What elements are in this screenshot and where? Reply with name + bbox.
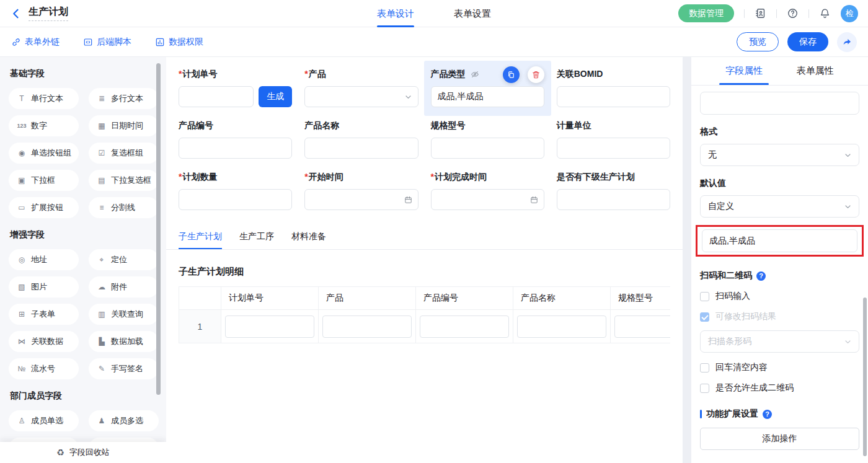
tab-form-design[interactable]: 表单设计 xyxy=(377,0,414,27)
field-product-type-selected[interactable]: 产品类型 xyxy=(431,68,544,107)
tab-material-prepare[interactable]: 材料准备 xyxy=(291,231,326,249)
data-permission-label: 数据权限 xyxy=(169,37,203,48)
default-value-select[interactable]: 自定义 xyxy=(700,195,859,218)
scan-input-checkbox-row[interactable]: 扫码输入 xyxy=(700,291,859,302)
scan-input-checkbox[interactable] xyxy=(700,292,709,301)
product-type-input[interactable] xyxy=(431,86,544,107)
palette-item-divider-line[interactable]: ≡分割线 xyxy=(89,197,159,218)
data-permission-action[interactable]: 数据权限 xyxy=(155,37,203,48)
sidebar-scrollbar[interactable] xyxy=(156,63,161,395)
tab-form-settings[interactable]: 表单设置 xyxy=(454,0,491,27)
product-code-input[interactable] xyxy=(179,138,292,159)
bom-id-input[interactable] xyxy=(557,86,670,107)
clear-on-enter-checkbox[interactable] xyxy=(700,363,709,373)
palette-item-location[interactable]: ⌖定位 xyxy=(89,249,159,270)
backend-script-action[interactable]: 后端脚本 xyxy=(83,37,131,48)
generate-button[interactable]: 生成 xyxy=(259,86,292,107)
field-recycle-bin[interactable]: ♻ 字段回收站 xyxy=(0,442,166,463)
palette-item-data-load[interactable]: ▙数据加载 xyxy=(89,331,159,352)
plan-no-input[interactable] xyxy=(179,86,254,107)
palette-item-serial-number[interactable]: №流水号 xyxy=(9,358,79,379)
cell-product-name-input[interactable] xyxy=(517,315,606,338)
panel-top-input[interactable] xyxy=(700,92,859,115)
contact-book-icon[interactable] xyxy=(755,7,766,19)
palette-item-attachment[interactable]: ☁附件 xyxy=(89,276,159,298)
external-link-action[interactable]: 表单外链 xyxy=(11,37,60,48)
palette-item-number[interactable]: 123数字 xyxy=(9,115,79,136)
field-has-sub-plan[interactable]: 是否有下级生产计划 xyxy=(557,171,670,210)
field-label: 计划单号 xyxy=(179,69,217,80)
copy-field-button[interactable] xyxy=(503,66,520,83)
cell-product-code-input[interactable] xyxy=(420,315,509,338)
cell-plan-no-input[interactable] xyxy=(225,315,314,338)
preview-button[interactable]: 预览 xyxy=(737,32,779,51)
palette-item-multi-dropdown[interactable]: ▤下拉复选框 xyxy=(89,170,159,191)
palette-item-member-multi[interactable]: ♟成员多选 xyxy=(89,410,159,431)
palette-item-relation-query[interactable]: ▥关联查询 xyxy=(89,304,159,325)
palette-item-checkbox-group[interactable]: ☑复选框组 xyxy=(89,143,159,164)
delete-field-button[interactable] xyxy=(528,66,544,83)
tab-form-properties[interactable]: 表单属性 xyxy=(797,57,834,85)
help-circle-icon[interactable]: ? xyxy=(756,271,766,281)
help-circle-icon[interactable]: ? xyxy=(763,410,772,419)
share-button[interactable] xyxy=(837,32,857,52)
address-pin-icon: ◎ xyxy=(17,255,27,264)
allow-qrcode-checkbox[interactable] xyxy=(700,384,709,393)
panel-scrollbar[interactable] xyxy=(863,298,867,456)
palette-item-address[interactable]: ◎地址 xyxy=(9,249,79,270)
field-bom-id[interactable]: 关联BOMID xyxy=(557,68,670,107)
field-product[interactable]: 产品 xyxy=(304,68,418,107)
field-plan-qty[interactable]: 计划数量 xyxy=(179,171,292,210)
plan-qty-input[interactable] xyxy=(179,189,292,210)
product-name-input[interactable] xyxy=(304,138,418,159)
save-button[interactable]: 保存 xyxy=(787,32,828,51)
palette-item-relation-data[interactable]: ⋈关联数据 xyxy=(9,331,79,352)
pen-signature-icon: ✎ xyxy=(97,364,107,373)
data-load-chart-icon: ▙ xyxy=(97,337,107,346)
unit-input[interactable] xyxy=(557,138,670,159)
recycle-icon: ♻ xyxy=(56,448,64,457)
user-avatar[interactable]: 检 xyxy=(841,5,858,22)
palette-item-dropdown[interactable]: ▣下拉框 xyxy=(9,170,79,191)
product-select[interactable] xyxy=(304,86,418,107)
spec-input[interactable] xyxy=(431,138,544,159)
tab-sub-production-plan[interactable]: 子生产计划 xyxy=(179,231,222,249)
palette-item-radio-group[interactable]: ◉单选按钮组 xyxy=(9,143,79,164)
default-value-input[interactable] xyxy=(702,229,857,252)
palette-item-datetime[interactable]: ▦日期时间 xyxy=(89,115,159,136)
cell-product-input[interactable] xyxy=(322,315,412,338)
tab-production-process[interactable]: 生产工序 xyxy=(239,231,274,249)
palette-item-signature[interactable]: ✎手写签名 xyxy=(89,358,159,379)
field-spec[interactable]: 规格型号 xyxy=(431,120,544,159)
field-finish-time[interactable]: 计划完成时间 xyxy=(431,171,544,210)
notification-bell-icon[interactable] xyxy=(819,7,831,19)
field-product-name[interactable]: 产品名称 xyxy=(304,120,418,159)
palette-item-member-single[interactable]: ♙成员单选 xyxy=(9,410,79,431)
field-product-code[interactable]: 产品编号 xyxy=(179,120,292,159)
palette-item-single-line-text[interactable]: T单行文本 xyxy=(9,88,79,109)
finish-time-input[interactable] xyxy=(431,189,544,210)
allow-qrcode-checkbox-row[interactable]: 是否允许生成二维码 xyxy=(700,382,859,394)
add-action-button[interactable]: 添加操作 xyxy=(700,428,859,450)
subtable-title: 子生产计划明细 xyxy=(179,266,670,278)
chevron-down-icon xyxy=(843,202,852,211)
tab-field-properties[interactable]: 字段属性 xyxy=(725,57,763,85)
start-time-input[interactable] xyxy=(304,189,418,210)
subform-tabs: 子生产计划 生产工序 材料准备 xyxy=(166,231,683,250)
back-button[interactable] xyxy=(10,7,22,20)
divider xyxy=(744,9,745,18)
has-sub-plan-input[interactable] xyxy=(557,189,670,210)
palette-item-multi-line-text[interactable]: ≣多行文本 xyxy=(89,88,159,109)
checkbox-icon: ☑ xyxy=(97,149,107,157)
format-select[interactable]: 无 xyxy=(700,144,859,166)
clear-on-enter-checkbox-row[interactable]: 回车清空内容 xyxy=(700,362,859,373)
field-unit[interactable]: 计量单位 xyxy=(557,120,670,159)
field-start-time[interactable]: 开始时间 xyxy=(304,171,418,210)
palette-item-subform[interactable]: ⊞子表单 xyxy=(9,304,79,325)
cell-spec-input[interactable] xyxy=(614,315,670,338)
palette-item-extend-button[interactable]: ▭扩展按钮 xyxy=(9,197,79,218)
data-manage-button[interactable]: 数据管理 xyxy=(678,4,734,22)
help-icon[interactable] xyxy=(787,7,799,19)
palette-item-image[interactable]: ▧图片 xyxy=(9,276,79,298)
field-plan-no[interactable]: 计划单号 生成 xyxy=(179,68,292,107)
